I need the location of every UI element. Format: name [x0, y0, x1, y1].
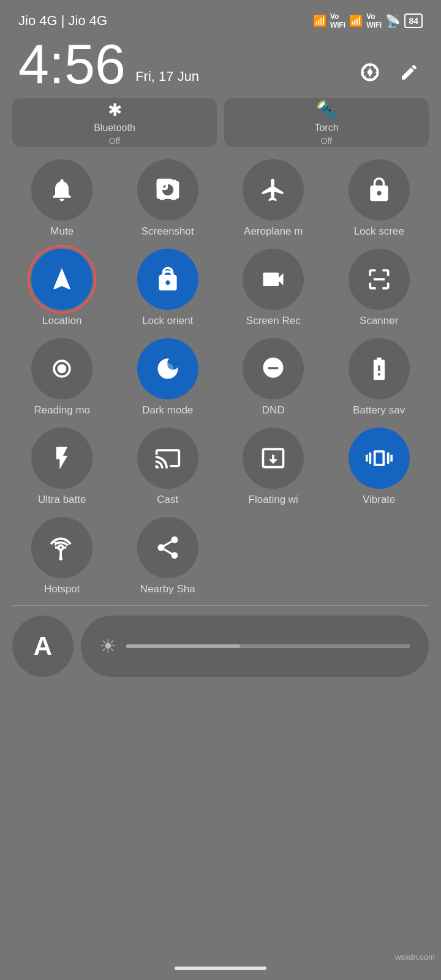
brightness-icon: ☀ — [99, 635, 117, 658]
tile-vibrate[interactable]: Vibrate — [330, 428, 429, 506]
dnd-circle — [243, 338, 304, 399]
ultrabatte-circle — [31, 428, 92, 489]
brightness-slider[interactable]: ☀ — [81, 616, 429, 677]
screenshot-circle — [137, 159, 198, 221]
wifi-icon: 📡 — [385, 13, 401, 28]
svg-point-7 — [162, 363, 173, 374]
font-size-label: A — [34, 631, 52, 661]
clock-action-icons — [356, 59, 423, 86]
svg-point-8 — [59, 557, 63, 561]
torch-label: Torch — [314, 123, 338, 134]
signal-icon: 📶 — [313, 14, 326, 28]
torch-icon: 🔦 — [316, 100, 337, 120]
tile-screenshot[interactable]: Screenshot — [118, 159, 218, 238]
hotspot-label: Hotspot — [44, 583, 80, 595]
readingmode-label: Reading mo — [34, 404, 90, 417]
darkmode-circle — [137, 338, 198, 399]
tile-darkmode[interactable]: Dark mode — [118, 338, 218, 417]
mute-label: Mute — [50, 225, 74, 238]
dnd-label: DND — [262, 404, 285, 417]
tile-screenrec[interactable]: Screen Rec — [224, 249, 323, 327]
bluetooth-tile[interactable]: ✱ Bluetooth Off — [12, 98, 217, 147]
tile-aeroplane[interactable]: Aeroplane m — [224, 159, 323, 238]
svg-rect-3 — [374, 278, 385, 281]
location-label: Location — [42, 315, 81, 327]
quick-settings-grid: Mute Screenshot Aeroplane m — [0, 159, 441, 595]
batterysav-label: Battery sav — [353, 404, 405, 417]
status-bar: Jio 4G | Jio 4G 📶 VoWiFi 📶 VoWiFi 📡 84 — [0, 0, 441, 37]
home-indicator[interactable] — [175, 967, 266, 970]
lockorient-label: Lock orient — [142, 315, 193, 327]
clock-time: 4:56 — [18, 37, 126, 92]
tile-mute[interactable]: Mute — [12, 159, 112, 238]
hotspot-circle — [31, 517, 92, 578]
watermark: wsxdn.com — [395, 952, 435, 962]
location-circle — [31, 249, 92, 310]
edit-icon[interactable] — [396, 59, 423, 86]
torch-tile[interactable]: 🔦 Torch Off — [224, 98, 429, 147]
signal-icon-2: 📶 — [349, 14, 363, 28]
screenshot-label: Screenshot — [141, 225, 194, 238]
aeroplane-circle — [243, 159, 304, 221]
tile-hotspot[interactable]: Hotspot — [12, 517, 112, 595]
status-icons: 📶 VoWiFi 📶 VoWiFi 📡 84 — [313, 12, 423, 29]
battery-indicator: 84 — [404, 13, 423, 28]
torch-status: Off — [321, 136, 332, 146]
tile-dnd[interactable]: DND — [224, 338, 323, 417]
tile-readingmode[interactable]: Reading mo — [12, 338, 112, 417]
darkmode-label: Dark mode — [142, 404, 193, 417]
scanner-label: Scanner — [360, 315, 398, 327]
screenrec-circle — [243, 249, 304, 310]
tile-lockscreen[interactable]: Lock scree — [330, 159, 429, 238]
vibrate-label: Vibrate — [363, 494, 396, 506]
bluetooth-status: Off — [109, 136, 120, 146]
bottom-controls: A ☀ — [0, 616, 441, 677]
lockscreen-circle — [349, 159, 410, 221]
lockscreen-label: Lock scree — [354, 225, 404, 238]
ultrabatte-label: Ultra batte — [38, 494, 86, 506]
brightness-fill — [126, 644, 240, 648]
tile-floatingwi[interactable]: Floating wi — [224, 428, 323, 506]
tile-nearbysha[interactable]: Nearby Sha — [118, 517, 218, 595]
carrier-text: Jio 4G | Jio 4G — [18, 13, 107, 29]
lockorient-circle — [137, 249, 198, 310]
cast-circle — [137, 428, 198, 489]
vibrate-circle — [349, 428, 410, 489]
cast-label: Cast — [157, 494, 178, 506]
brightness-track[interactable] — [126, 644, 410, 648]
settings-icon[interactable] — [356, 59, 383, 86]
mute-circle — [31, 159, 92, 221]
vo-wifi-1: VoWiFi — [330, 12, 345, 29]
tile-ultrabatte[interactable]: Ultra batte — [12, 428, 112, 506]
aeroplane-label: Aeroplane m — [244, 225, 303, 238]
svg-point-4 — [58, 364, 67, 374]
tile-batterysav[interactable]: Battery sav — [330, 338, 429, 417]
floatingwi-circle — [243, 428, 304, 489]
floatingwi-label: Floating wi — [249, 494, 298, 506]
top-partial-tiles: ✱ Bluetooth Off 🔦 Torch Off — [0, 98, 441, 147]
nearbysha-circle — [137, 517, 198, 578]
clock-area: 4:56 Fri, 17 Jun — [0, 37, 441, 92]
screenrec-label: Screen Rec — [246, 315, 301, 327]
readingmode-circle — [31, 338, 92, 399]
divider — [12, 605, 429, 606]
tile-cast[interactable]: Cast — [118, 428, 218, 506]
tile-lockorient[interactable]: Lock orient — [118, 249, 218, 327]
nearbysha-label: Nearby Sha — [140, 583, 195, 595]
bluetooth-label: Bluetooth — [94, 123, 135, 134]
svg-point-1 — [368, 70, 372, 75]
tile-location[interactable]: Location — [12, 249, 112, 327]
clock-date: Fri, 17 Jun — [135, 69, 199, 85]
scanner-circle — [349, 249, 410, 310]
bluetooth-icon: ✱ — [108, 100, 122, 120]
font-size-tile[interactable]: A — [12, 616, 74, 677]
tile-scanner[interactable]: Scanner — [330, 249, 429, 327]
batterysav-circle — [349, 338, 410, 399]
vo-wifi-2: VoWiFi — [366, 12, 382, 29]
